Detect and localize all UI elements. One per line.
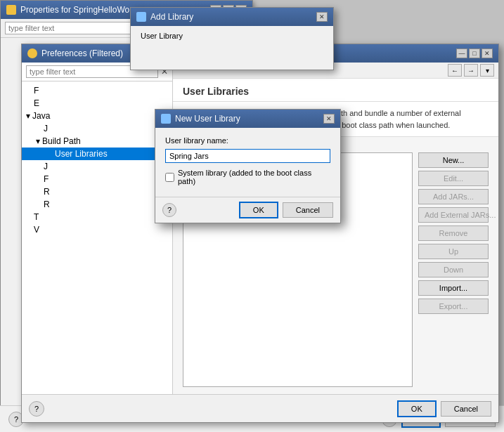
pref-ok-btn[interactable]: OK (397, 400, 437, 417)
nul-icon (161, 114, 171, 124)
nul-title-text: New User Library (175, 114, 319, 124)
export-button[interactable]: Export... (418, 299, 489, 314)
add-jars-button[interactable]: Add JARs... (418, 189, 489, 204)
ul-buttons: New... Edit... Add JARs... Add External … (418, 152, 489, 387)
new-user-library-dialog: New User Library ✕ User library name: Sy… (155, 109, 341, 223)
preferences-window: Preferences (Filtered) — □ ✕ ✕ F E (21, 44, 499, 423)
pref-gear-icon (27, 48, 37, 58)
tree-triangle-build-path: ▾ (36, 136, 40, 146)
al-win-controls: ✕ (316, 12, 328, 22)
pref-bottom: ? OK Cancel (22, 394, 498, 422)
tree-item-v-label: V (34, 225, 39, 235)
tree-item-t[interactable]: T (22, 211, 172, 223)
pref-win-controls: — □ ✕ (456, 48, 493, 58)
nav-dropdown-btn[interactable]: ▾ (480, 64, 494, 77)
new-button[interactable]: New... (418, 152, 489, 168)
tree-item-java[interactable]: ▾ Java (22, 110, 172, 122)
remove-button[interactable]: Remove (418, 225, 489, 241)
properties-title-icon (6, 5, 16, 15)
tree-item-e-label: E (34, 98, 39, 108)
tree-item-j2-label: J (44, 162, 48, 171)
nul-body: User library name: System library (added… (155, 128, 340, 197)
tree-item-e[interactable]: E (22, 97, 172, 110)
nul-ok-btn[interactable]: OK (239, 202, 278, 218)
nul-close-btn[interactable]: ✕ (323, 114, 335, 124)
pref-left-panel: ✕ F E ▾ Java J (22, 63, 173, 394)
nul-bottom: ? OK Cancel (155, 197, 340, 223)
nul-help-btn[interactable]: ? (162, 203, 176, 217)
user-libraries-title: User Libraries (183, 86, 249, 97)
pref-cancel-btn[interactable]: Cancel (441, 401, 491, 417)
pref-help-btn[interactable]: ? (29, 401, 44, 417)
tree-triangle-java: ▾ (26, 111, 30, 121)
nul-cancel-btn[interactable]: Cancel (283, 202, 333, 218)
tree-item-f2[interactable]: F (22, 173, 172, 185)
nav-forward-btn[interactable]: → (464, 64, 478, 77)
tree-item-f2-label: F (44, 174, 49, 184)
tree-item-r1-label: R (44, 187, 50, 197)
nul-library-name-label: User library name: (165, 136, 330, 145)
tree-item-j[interactable]: J (22, 122, 172, 135)
tree-item-f-label: F (34, 86, 39, 96)
al-titlebar: Add Library ✕ (131, 8, 333, 26)
tree-item-user-libraries[interactable]: User Libraries (22, 148, 172, 160)
edit-button[interactable]: Edit... (418, 171, 489, 186)
pref-maximize-btn[interactable]: □ (469, 48, 480, 58)
tree-item-j-label: J (44, 124, 48, 133)
al-body: User Library (131, 26, 333, 47)
nul-system-library-checkbox[interactable] (165, 173, 174, 182)
tree-item-build-path-label: Build Path (42, 136, 81, 146)
add-library-window: Add Library ✕ User Library (130, 7, 334, 70)
al-icon (136, 12, 146, 22)
nul-library-name-input[interactable] (165, 149, 330, 163)
tree-item-r2[interactable]: R (22, 198, 172, 211)
tree-item-build-path[interactable]: ▾ Build Path (22, 135, 172, 148)
tree-item-v[interactable]: V (22, 223, 172, 236)
al-user-library-label: User Library (141, 32, 323, 40)
al-title-text: Add Library (150, 12, 312, 22)
tree-item-f[interactable]: F (22, 84, 172, 97)
nav-back-btn[interactable]: ← (448, 64, 462, 77)
nul-win-controls: ✕ (323, 114, 335, 124)
add-external-jars-button[interactable]: Add External JARs... (418, 207, 489, 223)
up-button[interactable]: Up (418, 244, 489, 259)
nul-checkbox-row: System library (added to the boot class … (165, 169, 330, 185)
nul-titlebar: New User Library ✕ (155, 110, 340, 128)
user-libraries-header: User Libraries (173, 79, 498, 102)
down-button[interactable]: Down (418, 262, 489, 277)
import-button[interactable]: Import... (418, 280, 489, 296)
tree-item-java-label: Java (32, 111, 50, 121)
tree-item-user-libraries-label: User Libraries (55, 149, 108, 159)
al-close-btn[interactable]: ✕ (316, 12, 328, 22)
tree-item-r2-label: R (44, 199, 50, 209)
tree-item-j2[interactable]: J (22, 160, 172, 173)
pref-minimize-btn[interactable]: — (456, 48, 467, 58)
tree-item-r1[interactable]: R (22, 185, 172, 198)
pref-tree: F E ▾ Java J ▾ Build Path (22, 81, 172, 394)
pref-close-btn[interactable]: ✕ (482, 48, 493, 58)
nul-checkbox-label: System library (added to the boot class … (178, 169, 330, 185)
tree-item-t-label: T (34, 212, 39, 222)
